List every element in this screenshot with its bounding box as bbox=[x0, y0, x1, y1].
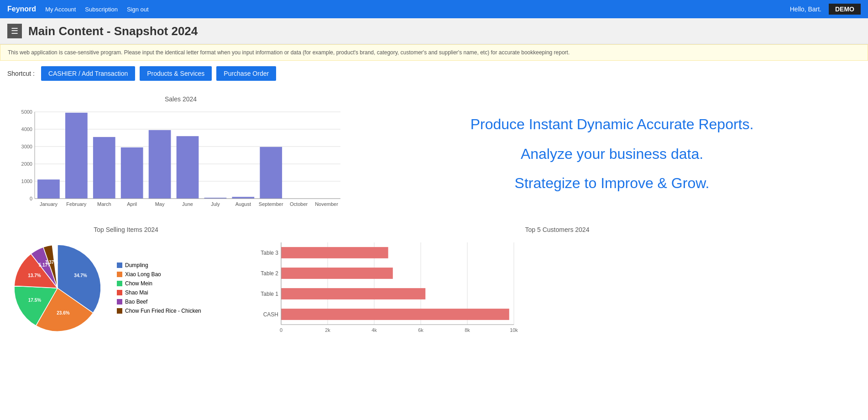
shortcuts-bar: Shortcut : CASHIER / Add Transaction Pro… bbox=[0, 61, 868, 86]
pie-chart-title: Top Selling Items 2024 bbox=[7, 226, 245, 233]
svg-text:Table 1: Table 1 bbox=[261, 291, 278, 297]
svg-text:2000: 2000 bbox=[21, 161, 32, 167]
svg-text:October: October bbox=[290, 201, 308, 207]
demo-button[interactable]: DEMO bbox=[829, 4, 861, 15]
svg-text:10k: 10k bbox=[510, 327, 518, 333]
tagline-1: Produce Instant Dynamic Accurate Reports… bbox=[471, 114, 754, 135]
svg-text:4000: 4000 bbox=[21, 126, 32, 132]
svg-text:5000: 5000 bbox=[21, 109, 32, 115]
svg-text:Table 3: Table 3 bbox=[261, 250, 278, 256]
sales-chart: 010002000300040005000JanuaryFebruaryMarc… bbox=[12, 107, 350, 217]
svg-text:6k: 6k bbox=[418, 327, 424, 333]
sales-chart-container: Sales 2024 010002000300040005000JanuaryF… bbox=[7, 91, 354, 221]
svg-rect-22 bbox=[177, 136, 199, 199]
svg-text:34.7%: 34.7% bbox=[74, 273, 87, 278]
svg-text:0: 0 bbox=[30, 196, 32, 201]
sales-chart-title: Sales 2024 bbox=[12, 95, 350, 103]
svg-rect-58 bbox=[281, 309, 509, 320]
legend-item: Chow Mein bbox=[117, 280, 201, 287]
svg-text:April: April bbox=[127, 201, 137, 207]
bottom-charts: Top Selling Items 2024 34.7%23.6%17.5%13… bbox=[0, 226, 868, 338]
svg-text:February: February bbox=[66, 201, 87, 207]
legend-item: Shao Mai bbox=[117, 289, 201, 296]
svg-text:March: March bbox=[97, 201, 111, 207]
svg-rect-56 bbox=[281, 288, 425, 299]
hamburger-button[interactable]: ☰ bbox=[7, 24, 22, 38]
legend-item: Xiao Long Bao bbox=[117, 271, 201, 278]
legend-item: Dumpling bbox=[117, 262, 201, 268]
legend-item: Bao Beef bbox=[117, 299, 201, 305]
hbar-chart-section: Top 5 Customers 2024 02k4k6k8k10kTable 3… bbox=[254, 226, 861, 338]
my-account-link[interactable]: My Account bbox=[45, 6, 76, 13]
svg-text:November: November bbox=[315, 201, 338, 207]
svg-text:1000: 1000 bbox=[21, 178, 32, 184]
nav-right: Hello, Bart. DEMO bbox=[790, 4, 861, 15]
svg-rect-54 bbox=[281, 268, 393, 279]
subscription-link[interactable]: Subscription bbox=[85, 6, 118, 13]
svg-text:0: 0 bbox=[280, 327, 282, 333]
svg-text:CASH: CASH bbox=[263, 311, 278, 318]
tagline-2: Analyze your business data. bbox=[521, 144, 703, 164]
info-banner-text: This web application is case-sensitive p… bbox=[8, 49, 570, 56]
svg-rect-20 bbox=[149, 130, 171, 199]
svg-text:June: June bbox=[182, 201, 193, 207]
top-navigation: Feynord My Account Subscription Sign out… bbox=[0, 0, 868, 18]
svg-text:August: August bbox=[235, 201, 251, 207]
brand-name: Feynord bbox=[7, 5, 36, 13]
svg-text:January: January bbox=[40, 201, 58, 207]
pie-chart-section: Top Selling Items 2024 34.7%23.6%17.5%13… bbox=[7, 226, 245, 338]
header-bar: ☰ Main Content - Snapshot 2024 bbox=[0, 18, 868, 44]
svg-text:Table 2: Table 2 bbox=[261, 270, 278, 277]
pie-legend: DumplingXiao Long BaoChow MeinShao MaiBa… bbox=[117, 262, 201, 314]
products-services-button[interactable]: Products & Services bbox=[140, 66, 212, 81]
main-content: Sales 2024 010002000300040005000JanuaryF… bbox=[0, 86, 868, 221]
purchase-order-button[interactable]: Purchase Order bbox=[216, 66, 276, 81]
hbar-chart: 02k4k6k8k10kTable 3Table 2Table 1CASH bbox=[254, 238, 528, 338]
svg-text:July: July bbox=[211, 201, 220, 207]
svg-rect-26 bbox=[232, 197, 254, 199]
page-title: Main Content - Snapshot 2024 bbox=[28, 24, 198, 38]
svg-rect-52 bbox=[281, 247, 388, 258]
svg-text:23.6%: 23.6% bbox=[57, 310, 69, 315]
svg-text:13.7%: 13.7% bbox=[28, 273, 41, 278]
svg-rect-28 bbox=[260, 147, 282, 199]
hbar-chart-title: Top 5 Customers 2024 bbox=[254, 226, 861, 233]
cashier-add-transaction-button[interactable]: CASHIER / Add Transaction bbox=[41, 66, 135, 81]
svg-text:May: May bbox=[155, 201, 165, 207]
greeting-text: Hello, Bart. bbox=[790, 5, 821, 13]
svg-text:8k: 8k bbox=[465, 327, 470, 333]
svg-rect-18 bbox=[121, 147, 143, 199]
info-banner: This web application is case-sensitive p… bbox=[0, 44, 868, 61]
svg-text:4k: 4k bbox=[371, 327, 377, 333]
svg-text:September: September bbox=[259, 201, 283, 207]
svg-rect-12 bbox=[37, 179, 60, 199]
left-panel: Sales 2024 010002000300040005000JanuaryF… bbox=[7, 86, 354, 221]
pie-chart-container: 34.7%23.6%17.5%13.7%5.17%3.37% DumplingX… bbox=[7, 238, 245, 338]
nav-left: Feynord My Account Subscription Sign out bbox=[7, 5, 149, 13]
svg-text:2k: 2k bbox=[325, 327, 330, 333]
pie-chart: 34.7%23.6%17.5%13.7%5.17%3.37% bbox=[7, 238, 108, 338]
legend-item: Chow Fun Fried Rice - Chicken bbox=[117, 308, 201, 314]
svg-rect-14 bbox=[65, 113, 88, 199]
svg-text:17.5%: 17.5% bbox=[28, 298, 41, 303]
svg-text:3.37%: 3.37% bbox=[45, 260, 58, 265]
tagline-3: Strategize to Improve & Grow. bbox=[515, 173, 710, 194]
svg-rect-16 bbox=[93, 137, 115, 199]
sign-out-link[interactable]: Sign out bbox=[127, 6, 149, 13]
svg-text:3000: 3000 bbox=[21, 144, 32, 149]
right-panel: Produce Instant Dynamic Accurate Reports… bbox=[363, 86, 861, 221]
shortcut-label: Shortcut : bbox=[7, 70, 35, 77]
